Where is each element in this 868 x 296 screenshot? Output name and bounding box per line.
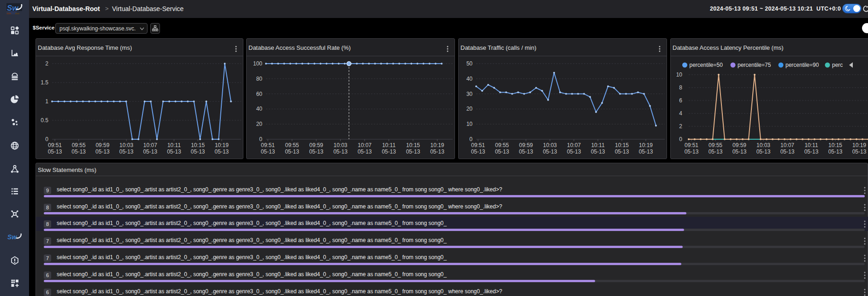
svg-text:05-13: 05-13 xyxy=(95,148,110,155)
svg-text:09:55: 09:55 xyxy=(72,142,86,148)
svg-text:05-13: 05-13 xyxy=(685,148,699,155)
svg-text:40: 40 xyxy=(256,106,263,112)
svg-text:05-13: 05-13 xyxy=(639,148,653,155)
svg-text:05-13: 05-13 xyxy=(430,148,444,155)
svg-text:05-13: 05-13 xyxy=(519,148,533,155)
svg-text:10:15: 10:15 xyxy=(406,142,420,148)
svg-text:05-13: 05-13 xyxy=(756,148,771,155)
svg-text:percentile=75: percentile=75 xyxy=(738,62,771,68)
svg-text:05-13: 05-13 xyxy=(543,148,557,155)
svg-text:0: 0 xyxy=(679,136,682,142)
svg-text:1: 1 xyxy=(45,98,48,105)
svg-text:4: 4 xyxy=(679,110,682,117)
svg-text:50: 50 xyxy=(466,60,473,67)
svg-text:10:03: 10:03 xyxy=(333,142,347,148)
svg-text:0.5: 0.5 xyxy=(41,117,48,124)
svg-text:09:59: 09:59 xyxy=(95,142,109,148)
svg-text:05-13: 05-13 xyxy=(191,148,205,155)
svg-text:09:51: 09:51 xyxy=(685,142,698,148)
svg-text:80: 80 xyxy=(256,76,263,82)
svg-text:10:19: 10:19 xyxy=(852,142,866,148)
svg-text:05-13: 05-13 xyxy=(71,148,86,155)
svg-text:05-13: 05-13 xyxy=(828,148,843,155)
svg-text:05-13: 05-13 xyxy=(780,148,795,155)
svg-text:09:55: 09:55 xyxy=(495,142,509,148)
svg-text:10:15: 10:15 xyxy=(191,142,205,148)
svg-text:05-13: 05-13 xyxy=(732,148,747,155)
svg-text:10:19: 10:19 xyxy=(639,142,653,148)
svg-text:05-13: 05-13 xyxy=(567,148,581,155)
svg-text:05-13: 05-13 xyxy=(804,148,819,155)
svg-text:20: 20 xyxy=(466,106,473,112)
svg-text:2: 2 xyxy=(45,60,48,67)
svg-text:05-13: 05-13 xyxy=(285,148,299,155)
svg-text:30: 30 xyxy=(466,91,473,97)
svg-text:10:03: 10:03 xyxy=(119,142,133,148)
svg-text:10:07: 10:07 xyxy=(358,142,372,148)
svg-text:09:55: 09:55 xyxy=(285,142,299,148)
svg-text:10:11: 10:11 xyxy=(804,142,818,148)
svg-text:10:07: 10:07 xyxy=(567,142,581,148)
svg-text:09:59: 09:59 xyxy=(309,142,323,148)
svg-text:05-13: 05-13 xyxy=(358,148,372,155)
svg-text:100: 100 xyxy=(253,60,262,67)
svg-text:perc: perc xyxy=(832,62,843,68)
svg-text:10:15: 10:15 xyxy=(828,142,842,148)
svg-text:05-13: 05-13 xyxy=(215,148,229,155)
svg-text:10:15: 10:15 xyxy=(615,142,629,148)
svg-text:0: 0 xyxy=(45,136,48,142)
svg-text:05-13: 05-13 xyxy=(852,148,867,155)
svg-text:10:11: 10:11 xyxy=(591,142,604,148)
svg-text:05-13: 05-13 xyxy=(591,148,605,155)
svg-text:05-13: 05-13 xyxy=(406,148,420,155)
svg-text:percentile=90: percentile=90 xyxy=(785,62,819,68)
svg-text:6: 6 xyxy=(679,97,682,104)
svg-text:10:11: 10:11 xyxy=(382,142,396,148)
svg-text:0: 0 xyxy=(259,136,262,142)
svg-text:09:51: 09:51 xyxy=(471,142,485,148)
svg-text:05-13: 05-13 xyxy=(709,148,723,155)
svg-text:10:11: 10:11 xyxy=(167,142,181,148)
svg-text:8: 8 xyxy=(679,84,682,91)
svg-text:05-13: 05-13 xyxy=(471,148,485,155)
svg-text:05-13: 05-13 xyxy=(48,148,62,155)
svg-text:05-13: 05-13 xyxy=(309,148,324,155)
svg-text:1.5: 1.5 xyxy=(41,79,48,86)
svg-text:2: 2 xyxy=(679,123,682,130)
svg-text:0: 0 xyxy=(469,136,472,142)
svg-text:09:59: 09:59 xyxy=(732,142,746,148)
svg-text:09:51: 09:51 xyxy=(261,142,275,148)
svg-text:10: 10 xyxy=(466,121,473,127)
svg-text:10:03: 10:03 xyxy=(756,142,770,148)
svg-text:09:55: 09:55 xyxy=(709,142,722,148)
svg-text:percentile=50: percentile=50 xyxy=(690,62,723,68)
svg-text:10:19: 10:19 xyxy=(215,142,229,148)
svg-text:20: 20 xyxy=(256,121,263,127)
svg-text:05-13: 05-13 xyxy=(495,148,509,155)
svg-text:10:07: 10:07 xyxy=(780,142,794,148)
svg-text:10:19: 10:19 xyxy=(430,142,444,148)
svg-text:09:59: 09:59 xyxy=(519,142,533,148)
svg-text:05-13: 05-13 xyxy=(615,148,629,155)
svg-text:10:07: 10:07 xyxy=(143,142,157,148)
svg-text:05-13: 05-13 xyxy=(333,148,348,155)
svg-text:60: 60 xyxy=(256,91,263,97)
svg-text:05-13: 05-13 xyxy=(143,148,157,155)
svg-text:10: 10 xyxy=(676,71,683,78)
svg-text:05-13: 05-13 xyxy=(261,148,275,155)
svg-text:05-13: 05-13 xyxy=(119,148,134,155)
svg-text:40: 40 xyxy=(466,76,473,82)
svg-text:09:51: 09:51 xyxy=(48,142,62,148)
svg-text:05-13: 05-13 xyxy=(167,148,181,155)
svg-text:05-13: 05-13 xyxy=(382,148,396,155)
svg-text:10:03: 10:03 xyxy=(543,142,557,148)
